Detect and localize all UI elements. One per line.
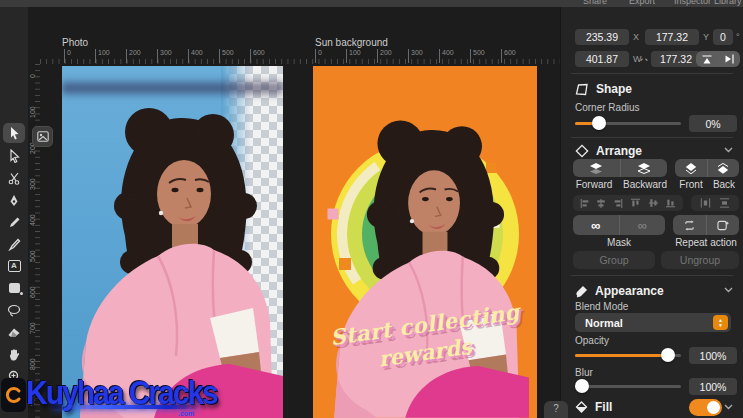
vruler-label: 100 [29, 106, 36, 118]
help-button[interactable]: ? [544, 401, 568, 418]
x-position-field[interactable]: 235.39 [575, 29, 629, 45]
hruler-label: 400 [439, 49, 454, 63]
hruler-label: 500 [470, 49, 485, 63]
artboard-sun-background[interactable]: Start collecting rewards [313, 66, 537, 418]
vruler-label: 700 [29, 322, 36, 334]
forward-icon [589, 163, 603, 174]
photo-subject-woman [62, 66, 283, 418]
inspector-panel: 235.39 X 177.32 Y 0 ° 401.87 W 177.32 H … [560, 7, 743, 418]
shape-tool-icon[interactable] [3, 278, 25, 298]
tool-sidebar: A [0, 7, 28, 418]
ungroup-button[interactable]: Ungroup [661, 251, 739, 269]
width-field[interactable]: 401.87 [575, 51, 629, 67]
hruler-label: 200 [377, 49, 392, 63]
app-window: Share Export Inspector Library A [0, 0, 743, 418]
shape-section-header[interactable]: Shape [575, 81, 632, 97]
blur-label: Blur [575, 367, 593, 378]
shape-section-title: Shape [596, 82, 632, 96]
fill-icon [575, 401, 588, 414]
align-top-icon[interactable] [630, 198, 641, 208]
appearance-section-header[interactable]: Appearance [575, 283, 664, 299]
hruler-label: 0 [64, 49, 71, 63]
arrange-section-header[interactable]: Arrange [575, 143, 642, 159]
chevron-down-icon[interactable] [724, 404, 733, 410]
order-control-2 [675, 159, 739, 177]
chevron-down-icon[interactable] [724, 287, 733, 293]
menu-inspector[interactable]: Inspector [674, 0, 711, 6]
mask-off-button[interactable]: ∞ [619, 215, 666, 235]
repeat-add-button[interactable] [706, 215, 740, 235]
align-bottom-icon[interactable] [665, 198, 676, 208]
flip-horizontal-icon [725, 54, 734, 64]
opacity-slider[interactable] [575, 348, 681, 362]
blur-slider[interactable] [575, 379, 681, 393]
bring-forward-button[interactable] [573, 159, 620, 177]
distribute-buttons-group [691, 195, 739, 211]
fill-section-header[interactable]: Fill [575, 399, 612, 415]
flip-vertical-icon [702, 55, 712, 64]
distribute-horizontal-icon[interactable] [700, 198, 711, 208]
blend-mode-dropdown[interactable]: Normal ▲▼ [575, 313, 731, 332]
send-backward-button[interactable] [620, 159, 668, 177]
brush-tool-icon[interactable] [3, 234, 25, 254]
align-left-icon[interactable] [580, 198, 590, 209]
hruler-label: 300 [408, 49, 423, 63]
corner-radius-label: Corner Radius [575, 102, 639, 113]
pen-tool-icon[interactable] [3, 190, 25, 210]
height-field[interactable]: 177.32 [651, 51, 701, 67]
stepper-icon[interactable]: ▲▼ [713, 315, 728, 330]
corner-radius-value[interactable]: 0% [689, 115, 737, 132]
fill-toggle[interactable] [689, 399, 722, 416]
fill-section-title: Fill [595, 400, 612, 414]
menu-library[interactable]: Library [714, 0, 742, 6]
pencil-tool-icon[interactable] [3, 212, 25, 232]
vruler-label: 400 [29, 214, 36, 226]
opacity-label: Opacity [575, 335, 609, 346]
divider [571, 275, 733, 276]
bring-to-front-button[interactable] [675, 159, 707, 177]
eraser-tool-icon[interactable] [3, 322, 25, 342]
arrange-section-title: Arrange [596, 144, 642, 158]
hand-tool-icon[interactable] [3, 344, 25, 364]
repeat-add-icon [717, 220, 729, 231]
lasso-tool-icon[interactable] [3, 300, 25, 320]
distribute-vertical-icon[interactable] [719, 198, 730, 208]
scissors-tool-icon[interactable] [3, 168, 25, 188]
rotation-unit-label: ° [736, 29, 740, 45]
opacity-value[interactable]: 100% [689, 347, 737, 364]
corner-radius-slider[interactable] [575, 116, 681, 130]
hruler-label: 500 [219, 49, 234, 63]
repeat-action-button[interactable] [673, 215, 706, 235]
menu-export[interactable]: Export [629, 0, 655, 6]
vruler-label: 300 [29, 178, 36, 190]
blur-value[interactable]: 100% [689, 378, 737, 395]
link-dimensions-icon[interactable] [640, 56, 648, 64]
front-label: Front [673, 179, 709, 190]
mask-control: ∞ ∞ [573, 215, 665, 235]
vruler-label: 500 [29, 250, 36, 262]
artboard-label-photo[interactable]: Photo [62, 37, 88, 48]
mask-on-button[interactable]: ∞ [573, 215, 619, 235]
send-to-back-button[interactable] [707, 159, 740, 177]
artboard-photo[interactable] [62, 66, 283, 418]
backward-label: Backward [617, 179, 673, 190]
chevron-down-icon[interactable] [724, 147, 733, 153]
group-button[interactable]: Group [573, 251, 655, 269]
text-tool-icon[interactable]: A [3, 256, 25, 276]
backward-icon [637, 163, 651, 174]
align-middle-v-icon[interactable] [648, 198, 659, 208]
direct-select-tool-icon[interactable] [3, 146, 25, 166]
align-right-icon[interactable] [613, 198, 623, 209]
flip-horizontal-button[interactable] [718, 51, 741, 67]
flip-vertical-button[interactable] [696, 51, 718, 67]
menu-share[interactable]: Share [583, 0, 607, 6]
artboard-label-sun-background[interactable]: Sun background [315, 37, 388, 48]
y-position-field[interactable]: 177.32 [645, 29, 699, 45]
rotation-field[interactable]: 0 [713, 29, 733, 45]
watermark-logo-icon [1, 378, 26, 412]
mask-label: Mask [591, 237, 647, 248]
select-tool-icon[interactable] [3, 123, 25, 143]
vruler-label: 800 [29, 358, 36, 370]
align-center-h-icon[interactable] [596, 198, 606, 209]
floating-image-tool-button[interactable] [32, 126, 53, 147]
